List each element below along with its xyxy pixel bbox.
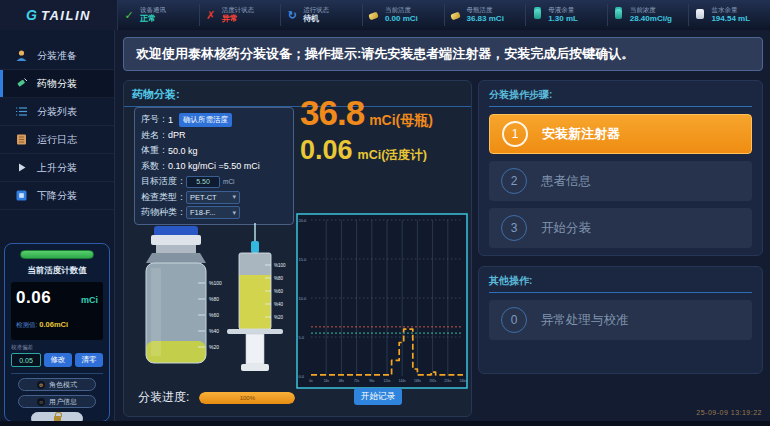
dispense-panel: 药物分装: 序号： 1 确认所需活度 姓名： dPR 体重： 50.0 kg 系… xyxy=(123,80,472,417)
step-number: 0 xyxy=(501,307,527,333)
container-graphics: %100 %80 %60 %40 %20 xyxy=(132,221,296,383)
step-patient-info[interactable]: 2 患者信息 xyxy=(489,161,752,201)
target-activity-input[interactable] xyxy=(186,176,220,188)
svg-text:48s: 48s xyxy=(339,379,345,383)
meter-unit: mCi xyxy=(81,295,98,305)
check-icon: ✓ xyxy=(123,9,135,22)
weight-value: 50.0 kg xyxy=(168,146,198,156)
sidebar-item-list[interactable]: 分装列表 xyxy=(0,98,114,126)
steps-panel: 分装操作步骤: 1 安装新注射器 2 患者信息 3 开始分装 xyxy=(478,80,763,256)
detect-value: 0.06mCi xyxy=(39,320,68,329)
svg-text:144s: 144s xyxy=(399,379,406,383)
start-record-button[interactable]: 开始记录 xyxy=(354,388,402,405)
serial-label: 序号： xyxy=(141,113,168,126)
step-install-syringe[interactable]: 1 安装新注射器 xyxy=(489,114,752,154)
svg-text:168s: 168s xyxy=(414,379,421,383)
sidebar-item-prepare[interactable]: 分装准备 xyxy=(0,42,114,70)
chevron-down-icon: ▾ xyxy=(232,209,236,217)
sidebar-item-dispense[interactable]: 药物分装 xyxy=(0,70,114,98)
status-concentration: 当前浓度28.40mCi/g xyxy=(607,4,689,26)
chevron-down-icon: ▾ xyxy=(232,193,236,201)
step-number: 1 xyxy=(502,121,528,147)
status-run-state: ↻ 运行状态待机 xyxy=(280,4,362,26)
saline-icon xyxy=(694,9,706,21)
svg-text:240s: 240s xyxy=(460,379,467,383)
svg-text:%40: %40 xyxy=(209,328,219,334)
sidebar-item-label: 下降分装 xyxy=(37,189,77,203)
other-operations-panel: 其他操作: 0 异常处理与校准 xyxy=(478,266,763,374)
offset-input[interactable] xyxy=(11,353,41,367)
activity-chart: 20.015.010.05.00.00s24s48s72s96s120s144s… xyxy=(296,213,468,389)
drug-type-select[interactable]: F18-F... ▾ xyxy=(186,206,240,219)
user-icon: ☺ xyxy=(37,398,45,406)
svg-text:0s: 0s xyxy=(309,379,313,383)
svg-text:192s: 192s xyxy=(429,379,436,383)
name-label: 姓名： xyxy=(141,129,168,142)
footer-strip xyxy=(0,421,770,426)
steps-title: 分装操作步骤: xyxy=(489,81,752,107)
sidebar-item-raise[interactable]: 上升分装 xyxy=(0,154,114,182)
status-title: 当前浓度 xyxy=(630,6,672,14)
coef-value: 0.10 kg/mCi =5.50 mCi xyxy=(168,161,260,171)
svg-text:0.0: 0.0 xyxy=(299,374,305,379)
coef-label: 系数： xyxy=(141,160,168,173)
role-mode-button[interactable]: ⚙ 角色模式 xyxy=(18,378,96,391)
step-label: 异常处理与校准 xyxy=(541,312,629,329)
step-exception-calibration[interactable]: 0 异常处理与校准 xyxy=(489,300,752,340)
meter-title: 当前活度计数值 xyxy=(11,265,103,277)
vial-graphic: %100 %80 %60 %40 %20 xyxy=(146,226,222,363)
sidebar-item-log[interactable]: 运行日志 xyxy=(0,126,114,154)
exam-value: PET-CT xyxy=(190,193,217,202)
svg-text:%40: %40 xyxy=(274,302,284,307)
meter-value: 0.06 xyxy=(16,288,51,308)
status-value: 28.40mCi/g xyxy=(630,14,672,24)
mother-activity-value: 36.8 xyxy=(300,93,364,133)
play-icon xyxy=(14,161,28,175)
target-label: 目标活度： xyxy=(141,175,186,188)
meter-activity-value: 0.06 xyxy=(300,135,353,166)
zero-button[interactable]: 清零 xyxy=(75,353,103,367)
status-value: 1.30 mL xyxy=(548,14,578,24)
sidebar-item-lower[interactable]: 下降分装 xyxy=(0,182,114,210)
status-current-activity: 当前活度0.00 mCi xyxy=(362,4,444,26)
sidebar-item-label: 药物分装 xyxy=(37,77,77,91)
status-value: 36.83 mCi xyxy=(467,14,504,24)
mother-activity-unit: mCi(母瓶) xyxy=(369,112,433,130)
step-start-dispense[interactable]: 3 开始分装 xyxy=(489,208,752,248)
svg-text:20.0: 20.0 xyxy=(299,218,308,223)
serial-value: 1 xyxy=(168,115,173,125)
step-number: 3 xyxy=(501,215,527,241)
source-icon xyxy=(368,9,380,21)
step-label: 患者信息 xyxy=(541,173,591,190)
svg-text:%60: %60 xyxy=(209,312,219,318)
welcome-banner: 欢迎使用泰林核药分装设备；操作提示:请先安装患者端注射器，安装完成后按键确认。 xyxy=(123,37,763,71)
sidebar-item-label: 分装准备 xyxy=(37,49,77,63)
step-label: 开始分装 xyxy=(541,220,591,237)
progress-label: 分装进度: xyxy=(138,389,189,406)
exam-type-select[interactable]: PET-CT ▾ xyxy=(186,191,240,204)
modify-button[interactable]: 修改 xyxy=(44,353,72,367)
progress-fill: 100% xyxy=(199,392,295,404)
progress-bar: 100% xyxy=(199,392,295,404)
chart-area: 20.015.010.05.00.00s24s48s72s96s120s144s… xyxy=(296,213,468,393)
logo-icon: G xyxy=(26,7,37,23)
exam-label: 检查类型： xyxy=(141,191,186,204)
status-mother-activity: 母瓶活度36.83 mCi xyxy=(444,4,526,26)
status-title: 盐水余量 xyxy=(711,6,750,14)
svg-text:%80: %80 xyxy=(274,276,284,281)
svg-text:15.0: 15.0 xyxy=(299,257,308,262)
confirm-activity-button[interactable]: 确认所需活度 xyxy=(179,113,232,127)
user-info-button[interactable]: ☺ 用户信息 xyxy=(18,395,96,408)
drug-value: F18-F... xyxy=(190,208,215,217)
name-value: dPR xyxy=(168,130,186,140)
cross-icon: ✗ xyxy=(205,9,217,22)
svg-text:%20: %20 xyxy=(209,344,219,350)
syringe-graphic: %100 %80 %60 %40 %20 xyxy=(227,223,286,371)
activity-meter-panel: 当前活度计数值 0.06 mCi 检测值: 0.06mCi 校准偏差 修改 清零… xyxy=(4,243,110,422)
svg-text:120s: 120s xyxy=(384,379,391,383)
status-indicator xyxy=(20,250,94,259)
syringe-icon xyxy=(14,77,28,91)
svg-text:216s: 216s xyxy=(444,379,451,383)
svg-text:10.0: 10.0 xyxy=(299,296,308,301)
offset-label: 校准偏差 xyxy=(11,344,103,351)
